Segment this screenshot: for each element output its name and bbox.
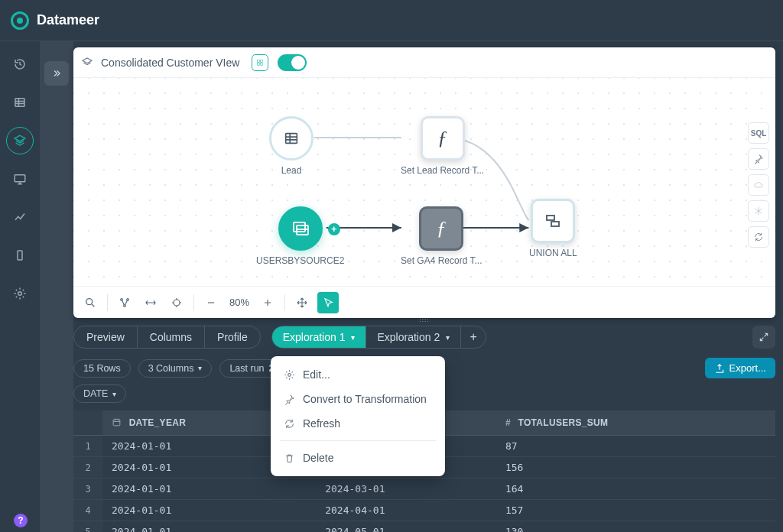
help-button[interactable]: ? [14,514,28,527]
zoom-in-button[interactable] [257,292,278,313]
svg-rect-12 [551,222,559,226]
gear-icon [283,369,295,381]
svg-rect-8 [286,134,297,144]
ctx-separator [280,440,436,441]
canvas-card: Consolidated Customer VIew [73,47,775,318]
rail-item-layers[interactable] [6,127,34,154]
canvas-surface[interactable]: Lead ƒ Set Lead Record T... + U [73,78,775,286]
minus-icon [206,297,216,308]
svg-rect-4 [258,60,260,62]
refresh-icon [283,418,295,430]
node-lead[interactable]: Lead [269,116,314,176]
rows-chip[interactable]: 15 Rows [73,359,131,378]
function-icon: ƒ [421,116,465,161]
tab-exploration-2-label: Exploration 2 [377,331,440,343]
svg-rect-6 [258,63,260,65]
fit-width-button[interactable] [140,292,161,313]
svg-point-3 [18,292,22,296]
ctx-convert-label: Convert to Transformation [303,393,427,405]
rail-item-device[interactable] [6,242,34,269]
union-icon [531,199,575,243]
svg-rect-11 [547,216,554,220]
col-totalusers-header[interactable]: # TOTALUSERS_SUM [496,410,775,436]
chevron-double-right-icon [51,68,62,79]
expand-results-button[interactable] [752,326,775,349]
ctx-delete[interactable]: Delete [271,446,445,470]
exploration-tab-group: Exploration 1 ▾ Exploration 2 ▾ + [271,326,486,349]
chevron-down-icon: ▾ [198,364,202,372]
node-union-label: UNION ALL [529,248,577,258]
pin-icon [283,394,295,405]
expand-panel-button[interactable] [44,61,69,86]
node-lead-label: Lead [269,165,314,176]
exploration-context-menu: Edit... Convert to Transformation Refres… [271,356,445,476]
function-dark-icon: ƒ [419,206,463,251]
collapse-panel [40,41,73,532]
col-index-header [73,410,102,436]
snowflake-button[interactable] [748,200,769,222]
node-union[interactable]: UNION ALL [529,199,577,258]
svg-point-14 [121,298,123,300]
layers-small-icon [81,57,93,69]
svg-point-19 [288,373,291,376]
rail-item-tables[interactable] [6,89,34,116]
cloud-button[interactable] [748,174,769,196]
view-toggle[interactable] [278,54,307,71]
search-icon [84,297,96,309]
svg-rect-0 [15,99,24,107]
col-date-year-label: DATE_YEAR [129,417,187,428]
rail-item-settings[interactable] [6,280,34,307]
node-fn-ga4[interactable]: ƒ Set GA4 Record T... [401,206,482,266]
rail-item-history[interactable] [6,50,34,78]
lastrun-prefix: Last run [229,363,264,374]
ctx-convert[interactable]: Convert to Transformation [271,387,445,411]
number-icon: # [505,417,511,428]
search-tool-button[interactable] [80,292,101,313]
pan-button[interactable] [291,292,313,313]
select-button[interactable] [317,292,339,313]
layout-tool-button[interactable] [114,292,135,313]
date-filter-chip[interactable]: DATE ▾ [73,384,126,403]
tab-exploration-2[interactable]: Exploration 2 ▾ [366,326,461,348]
export-button-label: Export... [729,362,766,374]
chevron-down-icon: ▾ [112,390,116,398]
tab-columns[interactable]: Columns [138,326,205,348]
rail-item-analytics[interactable] [6,203,34,231]
graph-icon [119,297,131,309]
view-mode-button[interactable] [252,54,268,71]
target-icon [171,297,183,309]
columns-chip-label: 3 Columns [148,363,194,374]
zoom-out-button[interactable] [200,292,222,313]
date-filter-label: DATE [83,388,108,399]
node-usersbysource[interactable]: + USERSBYSOURCE2 [256,206,344,266]
brand-bar: Datameer [0,0,783,41]
svg-rect-7 [261,63,263,65]
refresh-canvas-button[interactable] [748,226,769,248]
node-fn-lead[interactable]: ƒ Set Lead Record T... [401,116,484,176]
center-button[interactable] [166,292,187,313]
resize-handle[interactable]: :::: [411,316,438,320]
tab-exploration-1[interactable]: Exploration 1 ▾ [272,326,367,348]
pin-button[interactable] [748,148,769,170]
history-icon [13,57,27,71]
table-row: 32024-01-012024-03-01164 [73,478,775,500]
export-button[interactable]: Export... [705,358,775,378]
ctx-edit[interactable]: Edit... [271,362,445,387]
rail-item-monitor[interactable] [6,165,34,193]
add-exploration-button[interactable]: + [461,326,486,348]
left-rail: ? [0,41,40,532]
ctx-refresh[interactable]: Refresh [271,411,445,436]
source-active-icon [278,206,323,251]
cloud-icon [753,180,764,190]
brand-logo-icon [11,11,29,30]
svg-rect-9 [294,222,305,232]
tab-preview[interactable]: Preview [74,326,138,348]
ctx-refresh-label: Refresh [303,417,340,430]
canvas-header: Consolidated Customer VIew [73,47,775,78]
plus-badge-icon[interactable]: + [328,223,340,235]
svg-point-15 [127,298,129,300]
tab-profile[interactable]: Profile [205,326,260,348]
sql-button[interactable]: SQL [748,122,769,144]
results-tab-row: Preview Columns Profile Exploration 1 ▾ … [73,326,775,349]
columns-chip[interactable]: 3 Columns ▾ [138,359,213,378]
